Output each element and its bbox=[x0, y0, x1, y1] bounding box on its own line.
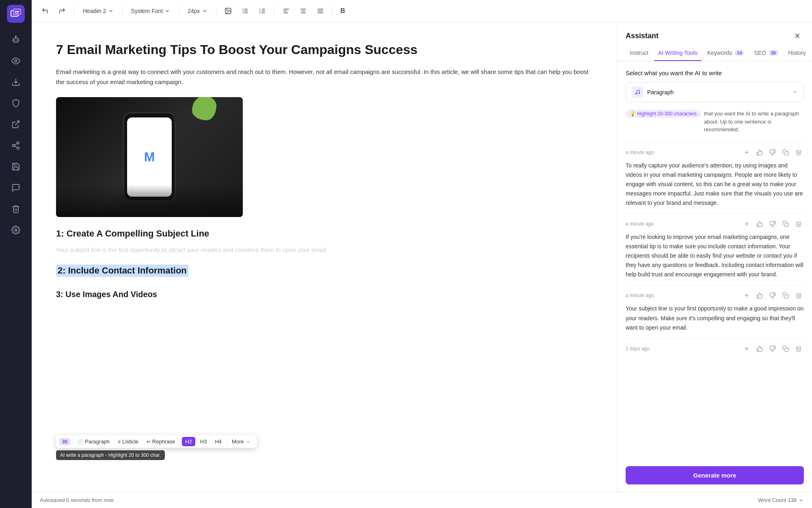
inline-toolbar: 30 📄 Paragraph ≡ Listicle ↩ Rephrase H2 bbox=[56, 435, 257, 448]
undo-button[interactable] bbox=[38, 5, 52, 17]
tab-seo[interactable]: SEO 26 bbox=[750, 46, 782, 61]
ordered-list-button[interactable]: 123 bbox=[255, 5, 269, 17]
sidebar-item-share[interactable] bbox=[7, 137, 25, 154]
paragraph-select-icon bbox=[632, 87, 643, 98]
assistant-close-button[interactable] bbox=[791, 29, 804, 42]
align-center-button[interactable] bbox=[296, 5, 310, 17]
svg-point-21 bbox=[227, 9, 227, 10]
result-dislike-btn-4[interactable] bbox=[767, 344, 778, 353]
assistant-tabs: Instruct AI Writing Tools Keywords 14 SE… bbox=[618, 46, 812, 61]
result-like-btn-3[interactable] bbox=[754, 291, 765, 300]
sidebar-item-comment[interactable] bbox=[7, 179, 25, 197]
result-text-2: If you're looking to improve your email … bbox=[626, 232, 804, 279]
result-copy-btn-1[interactable] bbox=[780, 148, 791, 157]
inline-h3-btn[interactable]: H3 bbox=[197, 437, 210, 446]
result-add-btn-4[interactable] bbox=[741, 344, 752, 353]
align-left-button[interactable] bbox=[279, 5, 293, 17]
result-dislike-btn-2[interactable] bbox=[767, 219, 778, 228]
result-copy-btn-4[interactable] bbox=[780, 344, 791, 353]
toolbar-divider-4 bbox=[216, 6, 216, 16]
heading-select[interactable]: Header 2 bbox=[79, 5, 117, 17]
hint-pill: 💡 Highlight 20-300 characters bbox=[626, 110, 701, 118]
assistant-title: Assistant bbox=[626, 32, 659, 40]
result-add-btn-2[interactable] bbox=[741, 219, 752, 228]
toolbar-divider-3 bbox=[179, 6, 179, 16]
align-justify-button[interactable] bbox=[313, 5, 327, 17]
result-like-btn-4[interactable] bbox=[754, 344, 765, 353]
result-like-btn-1[interactable] bbox=[754, 148, 765, 157]
svg-text:3: 3 bbox=[259, 11, 261, 14]
sidebar-item-settings[interactable] bbox=[7, 221, 25, 239]
svg-point-16 bbox=[17, 147, 19, 150]
svg-rect-49 bbox=[785, 152, 788, 155]
inline-paragraph-btn[interactable]: 📄 Paragraph bbox=[74, 437, 113, 446]
svg-point-6 bbox=[16, 40, 17, 41]
toolbar-divider-5 bbox=[274, 6, 274, 16]
result-dislike-btn-1[interactable] bbox=[767, 148, 778, 157]
sidebar-item-save[interactable] bbox=[7, 158, 25, 176]
inline-more-btn[interactable]: More bbox=[229, 437, 254, 446]
result-time-2: a minute ago bbox=[626, 221, 654, 227]
word-count-value: 138 bbox=[788, 497, 797, 503]
paragraph-type-select[interactable]: Paragraph bbox=[626, 82, 804, 102]
result-add-btn-1[interactable] bbox=[741, 148, 752, 157]
size-select[interactable]: 24px bbox=[184, 5, 211, 17]
word-count-area[interactable]: Word Count 138 bbox=[758, 497, 804, 503]
result-copy-btn-3[interactable] bbox=[780, 291, 791, 300]
sidebar-item-export[interactable] bbox=[7, 115, 25, 133]
svg-point-11 bbox=[15, 60, 17, 62]
inline-h4-btn[interactable]: H4 bbox=[212, 437, 225, 446]
unordered-list-button[interactable] bbox=[238, 5, 252, 17]
sidebar-item-download[interactable] bbox=[7, 73, 25, 91]
result-dislike-btn-3[interactable] bbox=[767, 291, 778, 300]
svg-rect-58 bbox=[785, 348, 788, 352]
result-item-3: a minute ago bbox=[626, 285, 804, 338]
result-time-3: a minute ago bbox=[626, 293, 654, 298]
app-logo[interactable] bbox=[7, 5, 25, 23]
section1-text: Your subject line is the first opportuni… bbox=[56, 245, 593, 255]
svg-point-5 bbox=[14, 40, 15, 41]
size-label: 24px bbox=[188, 8, 200, 14]
result-like-btn-2[interactable] bbox=[754, 219, 765, 228]
inline-toolbar-divider-2 bbox=[180, 438, 180, 446]
seo-badge: 26 bbox=[769, 50, 778, 56]
result-text-1: To really capture your audience's attent… bbox=[626, 161, 804, 208]
svg-point-15 bbox=[13, 144, 15, 147]
tab-instruct[interactable]: Instruct bbox=[626, 46, 652, 61]
editor[interactable]: 7 Email Marketing Tips To Boost Your Cam… bbox=[32, 22, 617, 492]
article-title: 7 Email Marketing Tips To Boost Your Cam… bbox=[56, 41, 593, 59]
generate-btn-area: Generate more bbox=[618, 460, 812, 492]
result-item-4: 2 days ago bbox=[626, 338, 804, 363]
inline-listicle-btn[interactable]: ≡ Listicle bbox=[114, 437, 142, 446]
insert-image-button[interactable] bbox=[221, 5, 235, 17]
font-select[interactable]: System Font bbox=[127, 5, 174, 17]
generate-more-button[interactable]: Generate more bbox=[626, 466, 804, 484]
inline-rephrase-btn[interactable]: ↩ Rephrase bbox=[143, 437, 178, 446]
svg-line-13 bbox=[15, 121, 19, 125]
toolbar-divider-2 bbox=[122, 6, 123, 16]
assistant-header: Assistant bbox=[618, 22, 812, 42]
result-delete-btn-3[interactable] bbox=[793, 291, 804, 300]
inline-h2-btn[interactable]: H2 bbox=[182, 437, 195, 446]
result-delete-btn-2[interactable] bbox=[793, 219, 804, 228]
article-intro: Email marketing is a great way to connec… bbox=[56, 67, 593, 87]
svg-point-46 bbox=[638, 93, 640, 94]
result-add-btn-3[interactable] bbox=[741, 291, 752, 300]
result-delete-btn-4[interactable] bbox=[793, 344, 804, 353]
bold-button[interactable]: B bbox=[337, 5, 349, 17]
result-copy-btn-2[interactable] bbox=[780, 219, 791, 228]
result-time-4: 2 days ago bbox=[626, 346, 650, 352]
svg-point-27 bbox=[242, 12, 243, 13]
assistant-select-label: Select what you want the AI to write bbox=[626, 69, 804, 76]
sidebar-item-trash[interactable] bbox=[7, 200, 25, 218]
redo-button[interactable] bbox=[55, 5, 69, 17]
sidebar-item-eye[interactable] bbox=[7, 52, 25, 70]
sidebar-item-robot[interactable] bbox=[7, 31, 25, 49]
svg-line-18 bbox=[15, 143, 17, 145]
tab-keywords[interactable]: Keywords 14 bbox=[703, 46, 749, 61]
sidebar-item-shield[interactable] bbox=[7, 94, 25, 112]
tab-ai-writing-tools[interactable]: AI Writing Tools bbox=[654, 46, 702, 61]
result-delete-btn-1[interactable] bbox=[793, 148, 804, 157]
tab-history[interactable]: History bbox=[784, 46, 810, 61]
svg-point-19 bbox=[15, 229, 17, 231]
